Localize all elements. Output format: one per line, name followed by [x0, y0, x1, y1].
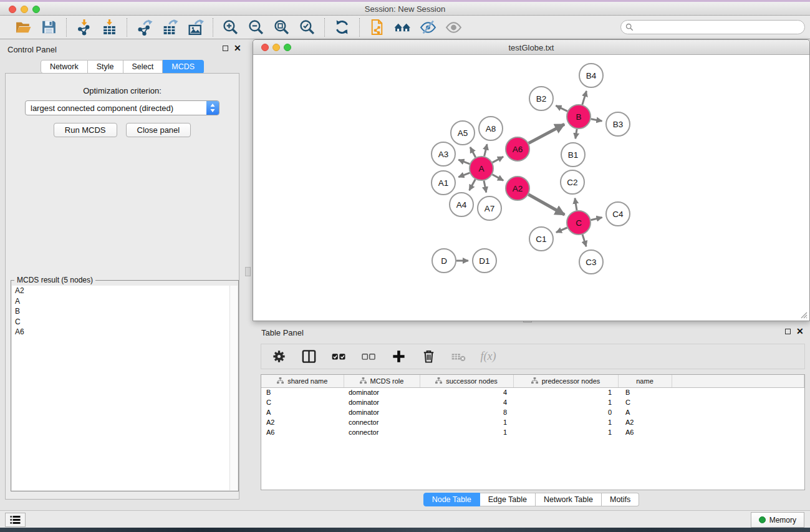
- mcds-result-item[interactable]: A: [12, 296, 238, 307]
- import-network-icon[interactable]: [75, 18, 93, 36]
- settings-icon[interactable]: [270, 348, 287, 365]
- table-row[interactable]: Bdominator41B: [261, 387, 804, 397]
- mcds-result-item[interactable]: A2: [12, 286, 238, 296]
- tab-network[interactable]: Network: [41, 60, 88, 74]
- tab-mcds[interactable]: MCDS: [163, 60, 204, 74]
- tab-style[interactable]: Style: [88, 60, 123, 74]
- table-row[interactable]: A2connector11A2: [261, 417, 804, 427]
- network-canvas[interactable]: B4B2BB3A8A5A6A3B1AA1C2A2A4A7C4CC1C3DD1: [254, 55, 809, 320]
- table-cell[interactable]: 1: [513, 427, 618, 437]
- table-cell[interactable]: C: [261, 397, 344, 407]
- table-cell[interactable]: 1: [513, 397, 618, 407]
- run-mcds-button[interactable]: Run MCDS: [54, 123, 117, 137]
- graph-edge-B-B4[interactable]: [582, 91, 587, 105]
- table-cell[interactable]: connector: [344, 417, 420, 427]
- table-row[interactable]: Adominator80A: [261, 407, 804, 417]
- table-cell[interactable]: connector: [344, 427, 420, 437]
- graph-edge-A6-B[interactable]: [529, 124, 564, 143]
- tab-motifs[interactable]: Motifs: [602, 493, 639, 506]
- table-cell[interactable]: B: [618, 387, 672, 397]
- table-cell[interactable]: A6: [261, 427, 344, 437]
- table-cell[interactable]: dominator: [344, 387, 420, 397]
- new-network-from-file-icon[interactable]: [368, 18, 386, 36]
- table-row[interactable]: A6connector11A6: [261, 427, 804, 437]
- table-close-icon[interactable]: ✕: [796, 329, 804, 334]
- tab-network-table[interactable]: Network Table: [536, 493, 602, 506]
- search-box[interactable]: [620, 20, 805, 34]
- close-panel-button[interactable]: Close panel: [126, 123, 191, 137]
- graph-edge-A-A2[interactable]: [493, 175, 504, 181]
- zoom-out-icon[interactable]: [247, 18, 265, 36]
- table-cell[interactable]: 1: [420, 427, 513, 437]
- column-header-name[interactable]: name: [618, 375, 672, 387]
- zoom-in-icon[interactable]: [221, 18, 239, 36]
- table-cell[interactable]: 4: [420, 387, 513, 397]
- mcds-result-item[interactable]: B: [12, 306, 238, 317]
- task-history-button[interactable]: [5, 513, 26, 527]
- column-header-successor-nodes[interactable]: successor nodes: [420, 375, 513, 387]
- export-network-icon[interactable]: [135, 18, 153, 36]
- table-row[interactable]: Cdominator41C: [261, 397, 804, 407]
- column-header-MCDS-role[interactable]: MCDS role: [344, 375, 420, 387]
- table-cell[interactable]: 0: [513, 407, 618, 417]
- mcds-result-list[interactable]: A2ABCA6: [12, 286, 238, 490]
- tab-edge-table[interactable]: Edge Table: [480, 493, 536, 506]
- export-image-icon[interactable]: [186, 18, 205, 36]
- add-icon[interactable]: [390, 348, 407, 365]
- criterion-select[interactable]: largest connected component (directed): [25, 100, 219, 115]
- import-table-icon[interactable]: [100, 18, 118, 36]
- column-header-predecessor-nodes[interactable]: predecessor nodes: [513, 375, 618, 387]
- table-cell[interactable]: A2: [618, 417, 672, 427]
- deselect-all-icon[interactable]: [360, 348, 377, 365]
- delete-icon[interactable]: [420, 348, 437, 365]
- graph-edge-A-A3[interactable]: [458, 160, 470, 164]
- memory-button[interactable]: Memory: [751, 512, 804, 528]
- graph-edge-A-A7[interactable]: [484, 181, 486, 193]
- tab-node-table[interactable]: Node Table: [423, 493, 480, 506]
- export-table-icon[interactable]: [161, 18, 179, 36]
- table-cell[interactable]: 1: [513, 387, 618, 397]
- graph-edge-C-C3[interactable]: [582, 235, 586, 246]
- mcds-result-item[interactable]: C: [12, 317, 238, 327]
- graph-edge-C-C2[interactable]: [575, 198, 577, 211]
- graph-edge-A-A5[interactable]: [470, 147, 476, 157]
- table-cell[interactable]: dominator: [344, 407, 420, 417]
- table-cell[interactable]: A: [261, 407, 344, 417]
- graph-edge-B-B2[interactable]: [556, 105, 567, 111]
- table-cell[interactable]: A2: [261, 417, 344, 427]
- refresh-icon[interactable]: [333, 18, 351, 36]
- vertical-split-handle[interactable]: [245, 267, 251, 276]
- table-cell[interactable]: 1: [420, 417, 513, 427]
- table-cell[interactable]: dominator: [344, 397, 420, 407]
- split-panel-icon[interactable]: [300, 348, 317, 365]
- zoom-fit-icon[interactable]: [272, 18, 291, 36]
- resize-grip-icon[interactable]: [799, 310, 808, 319]
- table-cell[interactable]: A: [618, 407, 672, 417]
- result-scrollbar[interactable]: [229, 286, 238, 490]
- table-cell[interactable]: A6: [618, 427, 672, 437]
- table-cell[interactable]: 4: [420, 397, 513, 407]
- close-panel-icon[interactable]: ✕: [234, 46, 241, 51]
- graph-edge-B-B3[interactable]: [591, 119, 602, 121]
- open-icon[interactable]: [14, 18, 32, 36]
- table-float-icon[interactable]: [785, 329, 791, 334]
- graph-edge-C-C1[interactable]: [556, 228, 567, 233]
- column-header-shared-name[interactable]: shared name: [261, 375, 344, 387]
- zoom-selected-icon[interactable]: [298, 18, 316, 36]
- float-panel-icon[interactable]: [223, 46, 228, 51]
- mcds-result-item[interactable]: A6: [12, 327, 238, 337]
- table-cell[interactable]: 8: [420, 407, 513, 417]
- search-input[interactable]: [634, 21, 804, 33]
- graph-edge-A2-C[interactable]: [528, 195, 564, 215]
- tab-select[interactable]: Select: [123, 60, 163, 74]
- table-cell[interactable]: B: [261, 387, 344, 397]
- hide-selected-icon[interactable]: [419, 18, 437, 36]
- save-icon[interactable]: [40, 18, 58, 36]
- home-icon[interactable]: [393, 18, 412, 36]
- graph-edge-A-A8[interactable]: [485, 144, 488, 156]
- table-cell[interactable]: 1: [513, 417, 618, 427]
- node-table-grid[interactable]: shared nameMCDS rolesuccessor nodesprede…: [261, 375, 804, 437]
- graph-edge-B-B1[interactable]: [576, 129, 577, 139]
- graph-edge-A-A6[interactable]: [493, 157, 504, 162]
- table-cell[interactable]: C: [618, 397, 672, 407]
